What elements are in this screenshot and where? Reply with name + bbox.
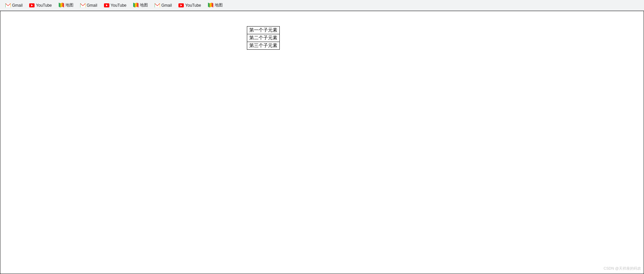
svg-marker-17	[137, 3, 139, 7]
svg-marker-24	[208, 3, 210, 7]
list-item-2[interactable]: 第二个子元素	[247, 34, 279, 42]
bookmark-youtube-1[interactable]: YouTube	[26, 1, 54, 9]
youtube-icon-1	[29, 3, 35, 8]
bookmark-maps-3-label: 地图	[215, 2, 223, 8]
bookmark-gmail-2[interactable]: Gmail	[77, 1, 100, 9]
svg-marker-7	[60, 3, 62, 7]
bookmark-gmail-3-label: Gmail	[161, 3, 172, 8]
bookmark-youtube-3-label: YouTube	[185, 3, 201, 8]
bookmark-gmail-1[interactable]: Gmail	[3, 1, 25, 9]
list-item-1[interactable]: 第一个子元素	[247, 27, 279, 34]
bookmark-youtube-1-label: YouTube	[36, 3, 52, 8]
bookmark-gmail-2-label: Gmail	[87, 3, 97, 8]
gmail-icon	[5, 3, 11, 8]
maps-icon-2	[133, 3, 139, 8]
bookmark-youtube-2[interactable]: YouTube	[101, 1, 129, 9]
list-box: 第一个子元素 第二个子元素 第三个子元素	[247, 26, 280, 50]
gmail-icon-3	[155, 3, 160, 8]
bookmarks-bar: Gmail YouTube 地图	[0, 0, 644, 11]
svg-marker-26	[212, 3, 213, 7]
svg-marker-6	[59, 3, 60, 7]
bookmark-maps-1-label: 地图	[65, 2, 73, 8]
bookmark-gmail-3[interactable]: Gmail	[152, 1, 174, 9]
main-content: 第一个子元素 第二个子元素 第三个子元素 CSDN @天祥座的码农	[0, 11, 644, 274]
svg-marker-16	[135, 3, 137, 7]
svg-marker-15	[133, 3, 135, 7]
maps-icon-3	[208, 3, 213, 8]
svg-marker-8	[62, 3, 64, 7]
youtube-icon-2	[104, 3, 109, 8]
bookmark-maps-3[interactable]: 地图	[205, 1, 225, 9]
maps-icon-1	[59, 3, 64, 8]
watermark: CSDN @天祥座的码农	[604, 266, 641, 271]
bookmark-maps-2[interactable]: 地图	[130, 1, 151, 9]
bookmark-gmail-1-label: Gmail	[12, 3, 22, 8]
gmail-icon-2	[80, 3, 86, 8]
list-item-3[interactable]: 第三个子元素	[247, 42, 279, 49]
svg-marker-25	[210, 3, 212, 7]
bookmark-maps-1[interactable]: 地图	[56, 1, 76, 9]
youtube-icon-3	[178, 3, 184, 8]
bookmark-youtube-2-label: YouTube	[111, 3, 126, 8]
bookmark-maps-2-label: 地图	[140, 2, 148, 8]
bookmark-youtube-3[interactable]: YouTube	[176, 1, 204, 9]
